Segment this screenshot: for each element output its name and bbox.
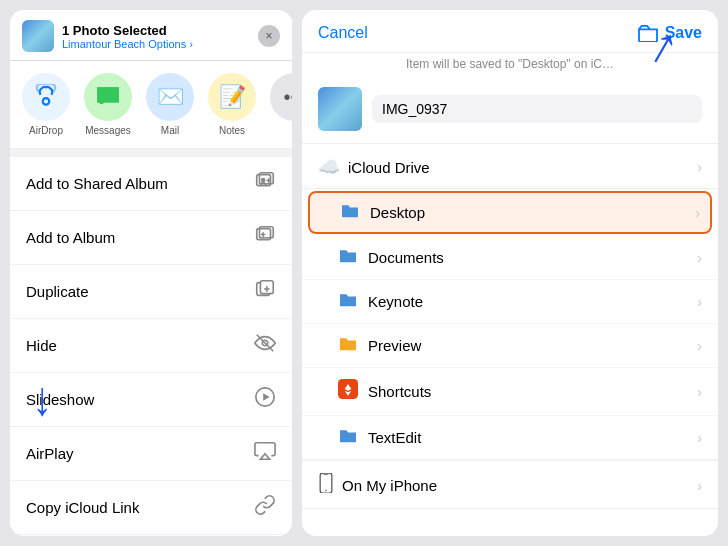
duplicate-icon — [254, 278, 276, 305]
keynote-label: Keynote — [368, 293, 423, 310]
svg-point-15 — [325, 490, 327, 492]
action-label-airplay: AirPlay — [26, 445, 74, 462]
action-label-hide: Hide — [26, 337, 57, 354]
header-left: 1 Photo Selected Limantour Beach Options… — [22, 20, 193, 52]
keynote-chevron: › — [697, 294, 702, 310]
share-icons-row: AirDrop Messages ✉️ Mail 📝 Notes ••• — [10, 61, 292, 149]
icloud-drive-label: iCloud Drive — [348, 159, 430, 176]
on-my-iphone-header[interactable]: On My iPhone › — [302, 460, 718, 509]
share-icon-notes[interactable]: 📝 Notes — [204, 73, 260, 136]
share-icon-airdrop[interactable]: AirDrop — [18, 73, 74, 136]
shared-album-icon — [254, 170, 276, 197]
desktop-label: Desktop — [370, 204, 425, 221]
left-panel: 1 Photo Selected Limantour Beach Options… — [10, 10, 292, 536]
save-button[interactable]: Save — [665, 24, 702, 42]
share-icon-more[interactable]: ••• — [266, 73, 292, 125]
desktop-chevron: › — [695, 205, 700, 221]
share-icon-mail[interactable]: ✉️ Mail — [142, 73, 198, 136]
action-add-shared-album[interactable]: Add to Shared Album — [10, 157, 292, 211]
browser-item-preview[interactable]: Preview › — [302, 324, 718, 368]
action-label-add-album: Add to Album — [26, 229, 115, 246]
shortcuts-chevron: › — [697, 384, 702, 400]
phone-icon — [318, 473, 334, 498]
action-icloud-link[interactable]: Copy iCloud Link — [10, 481, 292, 535]
documents-chevron: › — [697, 250, 702, 266]
options-link[interactable]: Options › — [148, 38, 193, 50]
airdrop-circle-icon — [22, 73, 70, 121]
airdrop-label: AirDrop — [29, 125, 63, 136]
messages-circle-icon — [84, 73, 132, 121]
save-subtitle: Item will be saved to "Desktop" on iC… — [302, 53, 718, 77]
icloud-drive-chevron: › — [697, 159, 702, 175]
messages-label: Messages — [85, 125, 131, 136]
airplay-icon — [254, 440, 276, 467]
svg-marker-12 — [260, 454, 269, 460]
preview-chevron: › — [697, 338, 702, 354]
file-browser: ☁️ iCloud Drive › Desktop › Documents — [302, 144, 718, 536]
add-album-icon — [254, 224, 276, 251]
browser-item-documents[interactable]: Documents › — [302, 236, 718, 280]
share-icon-messages[interactable]: Messages — [80, 73, 136, 136]
action-airplay[interactable]: AirPlay — [10, 427, 292, 481]
folder-documents-icon — [338, 247, 358, 268]
right-panel: Cancel Save Item will be saved to "Deskt… — [302, 10, 718, 536]
cancel-button[interactable]: Cancel — [318, 24, 368, 42]
svg-rect-16 — [324, 474, 329, 475]
notes-circle-icon: 📝 — [208, 73, 256, 121]
notes-label: Notes — [219, 125, 245, 136]
icloud-link-icon — [254, 494, 276, 521]
on-my-iphone-label: On My iPhone — [342, 477, 437, 494]
mail-circle-icon: ✉️ — [146, 73, 194, 121]
close-button[interactable]: × — [258, 25, 280, 47]
action-label-slideshow: Slideshow — [26, 391, 94, 408]
slideshow-icon — [254, 386, 276, 413]
action-hide[interactable]: Hide — [10, 319, 292, 373]
photo-thumbnail — [22, 20, 54, 52]
file-name-field[interactable]: IMG_0937 — [372, 95, 702, 123]
folder-shortcuts-icon — [338, 379, 358, 404]
mail-label: Mail — [161, 125, 179, 136]
browser-item-textedit[interactable]: TextEdit › — [302, 416, 718, 460]
folder-desktop-icon — [340, 202, 360, 223]
action-label-shared-album: Add to Shared Album — [26, 175, 168, 192]
action-add-album[interactable]: Add to Album — [10, 211, 292, 265]
photo-count-title: 1 Photo Selected — [62, 23, 193, 38]
on-my-iphone-title: On My iPhone — [318, 473, 437, 498]
folder-textedit-icon — [338, 427, 358, 448]
textedit-chevron: › — [697, 430, 702, 446]
file-preview-row: IMG_0937 — [302, 77, 718, 144]
browser-item-shortcuts[interactable]: Shortcuts › — [302, 368, 718, 416]
browser-item-desktop[interactable]: Desktop › — [308, 191, 712, 234]
photo-location: Limantour Beach Options › — [62, 38, 193, 50]
svg-point-0 — [43, 98, 50, 105]
header-text: 1 Photo Selected Limantour Beach Options… — [62, 23, 193, 50]
more-circle-icon: ••• — [270, 73, 292, 121]
icloud-drive-title: ☁️ iCloud Drive — [318, 156, 430, 178]
right-nav-bar: Cancel Save — [302, 10, 718, 53]
folder-keynote-icon — [338, 291, 358, 312]
folder-nav-icon — [637, 24, 659, 42]
action-label-icloud-link: Copy iCloud Link — [26, 499, 139, 516]
browser-item-keynote[interactable]: Keynote › — [302, 280, 718, 324]
on-my-iphone-chevron: › — [697, 478, 702, 494]
documents-label: Documents — [368, 249, 444, 266]
folder-preview-icon — [338, 335, 358, 356]
svg-marker-11 — [263, 393, 269, 400]
shortcuts-label: Shortcuts — [368, 383, 431, 400]
action-label-duplicate: Duplicate — [26, 283, 89, 300]
icloud-drive-header[interactable]: ☁️ iCloud Drive › — [302, 144, 718, 189]
action-duplicate[interactable]: Duplicate — [10, 265, 292, 319]
preview-label: Preview — [368, 337, 421, 354]
hide-icon — [254, 332, 276, 359]
file-thumbnail-preview — [318, 87, 362, 131]
textedit-label: TextEdit — [368, 429, 421, 446]
svg-point-3 — [261, 178, 266, 183]
header-bar: 1 Photo Selected Limantour Beach Options… — [10, 10, 292, 61]
action-slideshow[interactable]: Slideshow — [10, 373, 292, 427]
action-list: Add to Shared Album Add to Album — [10, 157, 292, 536]
cloud-icon: ☁️ — [318, 156, 340, 178]
